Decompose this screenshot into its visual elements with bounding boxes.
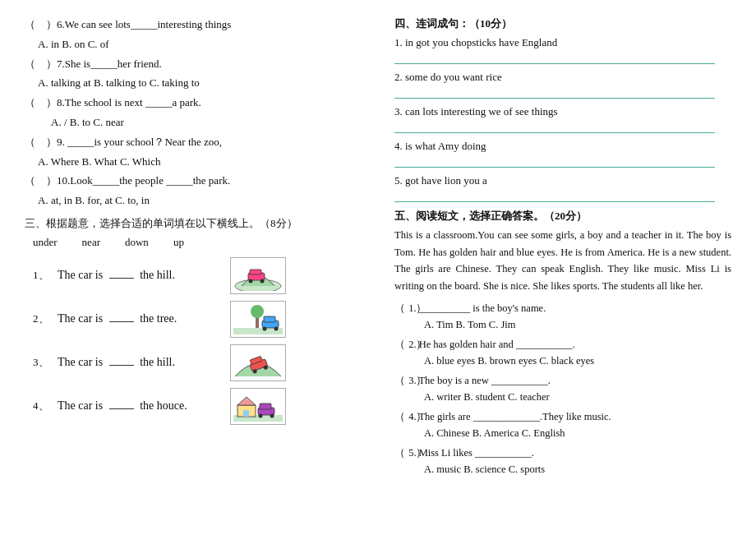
item-10: （ ）10.Look_____the people _____the park.	[25, 173, 378, 190]
car-image-2	[230, 301, 286, 338]
sentence-5: 5. got have lion you a	[394, 174, 731, 202]
item-9-options: A. Where B. What C. Which	[38, 154, 378, 171]
item-9: （ ）9. _____is your school？Near the zoo,	[25, 134, 378, 151]
answer-line-2	[394, 85, 715, 99]
item-6: （ ）6.We can see lots_____interesting thi…	[25, 16, 378, 34]
svg-rect-21	[260, 404, 271, 409]
fill-row-2: 2、 The car is the tree.	[33, 301, 378, 338]
car-image-3	[230, 344, 286, 381]
item-10-options: A. at, in B. for, at C. to, in	[38, 192, 378, 210]
sentence-4: 4. is what Amy doing	[394, 140, 731, 168]
question-2: （ ） 2. He has golden hair and __________…	[394, 336, 731, 369]
sentence-1: 1. in got you chopsticks have England	[394, 36, 731, 64]
svg-point-23	[270, 414, 274, 418]
item-8: （ ）8.The school is next _____a park.	[25, 95, 378, 112]
fill-row-4: 4、 The car is the houce.	[33, 388, 378, 425]
reading-passage: This is a classroom.You can see some gir…	[394, 227, 731, 295]
answer-line-1	[394, 51, 715, 64]
svg-rect-9	[264, 316, 275, 322]
svg-marker-18	[237, 397, 256, 405]
section3: 三、根据题意，选择合适的单词填在以下横线上。（8分） under near do…	[25, 216, 378, 425]
svg-point-10	[263, 327, 267, 331]
fill-row-3: 3、 The car is the hill.	[33, 344, 378, 381]
sentence-3: 3. can lots interesting we of see things	[394, 105, 731, 133]
word-bank: under near down up	[33, 236, 378, 249]
answer-line-3	[394, 120, 715, 133]
answer-line-4	[394, 155, 715, 168]
item-6-options: A. in B. on C. of	[38, 36, 378, 53]
svg-point-3	[249, 279, 253, 284]
section5-title: 五、阅读短文，选择正确答案。（20分）	[394, 209, 731, 224]
section5: 五、阅读短文，选择正确答案。（20分） This is a classroom.…	[394, 209, 731, 477]
page: （ ）6.We can see lots_____interesting thi…	[0, 0, 756, 535]
car-image-1	[230, 257, 286, 294]
svg-rect-19	[243, 410, 249, 417]
car-image-4	[230, 388, 286, 425]
left-column: （ ）6.We can see lots_____interesting thi…	[25, 16, 378, 519]
svg-point-22	[259, 414, 263, 418]
question-1: （ ） 1. __________ is the boy's name. A. …	[394, 300, 731, 333]
section4: 四、连词成句：（10分） 1. in got you chopsticks ha…	[394, 16, 731, 202]
svg-point-7	[251, 305, 264, 318]
item-7-options: A. talking at B. talking to C. taking to	[38, 75, 378, 92]
sentence-2: 2. some do you want rice	[394, 71, 731, 99]
question-5: （ ） 5. Miss Li likes ___________. A. mus…	[394, 445, 731, 477]
question-3: （ ） 3. The boy is a new ___________. A. …	[394, 372, 731, 405]
answer-line-5	[394, 189, 715, 202]
mcq-section: （ ）6.We can see lots_____interesting thi…	[25, 16, 378, 210]
section3-title: 三、根据题意，选择合适的单词填在以下横线上。（8分）	[25, 216, 378, 231]
fill-row-1: 1、 The car is the hill.	[33, 257, 378, 294]
section4-title: 四、连词成句：（10分）	[394, 16, 731, 31]
item-7: （ ）7.She is_____her friend.	[25, 56, 378, 73]
svg-rect-2	[250, 270, 261, 274]
svg-point-4	[260, 279, 265, 284]
right-column: 四、连词成句：（10分） 1. in got you chopsticks ha…	[394, 16, 731, 519]
svg-point-11	[274, 327, 279, 331]
fill-exercises: 1、 The car is the hill.	[33, 257, 378, 425]
question-4: （ ） 4. The girls are _____________.They …	[394, 408, 731, 441]
item-8-options: A. / B. to C. near	[51, 114, 378, 131]
